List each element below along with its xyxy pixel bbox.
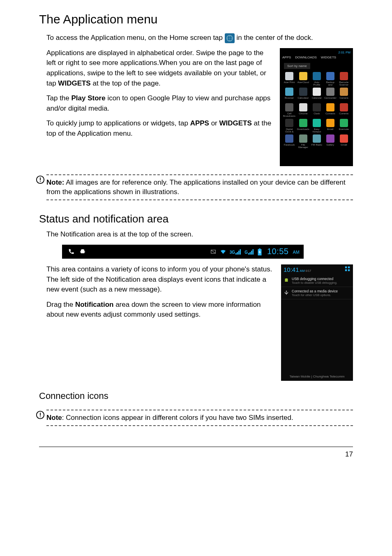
thumb-app-label: File Manager (297, 144, 309, 148)
status-bar-clock: 10:55 (267, 247, 289, 256)
apps-bold: APPS (190, 119, 209, 127)
signal-3g-icon: 3G (230, 249, 241, 255)
svg-rect-14 (40, 417, 41, 417)
app-menu-screenshot: 2:01 PM APPS DOWNLOADS WIDGETS Sort by n… (280, 48, 353, 166)
thumb-app-item: Currents (338, 103, 350, 117)
notif-drag-paragraph: Drag the Notification area down the scre… (46, 300, 274, 320)
thumb-app-icon (285, 88, 293, 96)
svg-rect-8 (345, 266, 347, 268)
notif-clock: 10:41 (284, 266, 299, 273)
phone-icon (68, 248, 74, 255)
thumb-app-icon (313, 134, 321, 143)
thumb-app-item: Contacts (324, 103, 337, 117)
notif-date: 6/17 (306, 269, 311, 272)
thumb-app-label: Email (324, 128, 337, 133)
thumb-app-item: Cell Broadcasts (283, 103, 295, 117)
row1-title: USB debugging connected (292, 277, 337, 281)
thumb-tab-apps: APPS (282, 56, 291, 59)
thumb-app-item: File Manager (297, 134, 309, 148)
usb-icon (284, 290, 289, 296)
thumb-app-item: Camera (338, 88, 350, 102)
thumb-app-grid: Acer PrintAcerCloudAuto ProfileBackup an… (283, 72, 350, 148)
thumb-app-item: FM Radio (311, 134, 323, 148)
thumb-app-item: Gmail (338, 134, 350, 148)
status-bar-ampm: AM (293, 250, 300, 256)
thumb-app-icon (326, 72, 334, 80)
thumb-app-label: Facebook (283, 144, 295, 148)
thumb-app-item: Calculator (297, 88, 309, 102)
row1-subtitle: Touch to disable USB debugging. (292, 281, 337, 285)
thumb-app-label: Browser (283, 97, 295, 102)
thumb-app-item: AcerCloud (297, 72, 309, 86)
svg-rect-10 (345, 269, 347, 271)
thumb-tab-widgets: WIDGETS (321, 56, 336, 59)
thumb-app-icon (313, 103, 321, 111)
widgets-bold-2: WIDGETS (219, 119, 251, 127)
thumb-app-icon (340, 119, 348, 127)
thumb-app-icon (285, 72, 293, 80)
thumb-app-icon (285, 119, 293, 127)
thumb-app-icon (299, 72, 307, 80)
svg-rect-13 (40, 412, 41, 415)
heading-application-menu: The Application menu (39, 12, 353, 26)
svg-rect-2 (40, 181, 41, 182)
play-store-bold: Play Store (71, 94, 106, 102)
thumb-app-icon (326, 103, 334, 111)
apps-order-paragraph: Applications are displayed in alphabetic… (46, 48, 272, 89)
caution-icon (36, 410, 45, 419)
thumb-app-icon (340, 103, 348, 111)
thumb-app-icon (326, 88, 334, 96)
thumb-app-icon (326, 119, 334, 127)
intro-paragraph: To access the Application menu, on the H… (46, 33, 353, 43)
note-reference-only: Note: All images are for reference only.… (39, 174, 353, 201)
thumb-app-item: Camcorder (324, 88, 337, 102)
notif-area-description: This area contains a variety of icons to… (46, 264, 274, 295)
thumb-app-label: Acer Print (283, 81, 295, 86)
intro-part-a: To access the Application menu, on the H… (46, 34, 225, 42)
thumb-app-item: Evernote (338, 119, 350, 133)
thumb-app-icon (285, 134, 293, 143)
page-number: 17 (39, 450, 353, 459)
notif-footer-carriers: Taiwan Mobile | Chunghwa Telecomm (281, 375, 353, 378)
thumb-app-label: Digital Clock & (283, 128, 295, 133)
thumb-app-item: Email (324, 119, 337, 133)
thumb-app-icon (313, 119, 321, 127)
intro-part-b: in the center of the dock. (236, 34, 313, 42)
wifi-icon (220, 248, 226, 255)
thumb-app-item: Chrome (297, 103, 309, 117)
heading-status-notification: Status and notification area (39, 213, 353, 225)
thumb-app-label: Gmail (338, 144, 350, 148)
thumb-app-item: Acer Print (283, 72, 295, 86)
thumb-app-label: AcerCloud (297, 81, 309, 86)
status-bar-screenshot: 3G G 10:55 AM (62, 245, 304, 259)
thumb-app-icon (299, 119, 307, 127)
heading-connection-icons: Connection icons (39, 391, 353, 401)
thumb-app-icon (299, 103, 307, 111)
thumb-app-item: Digital Clock & (283, 119, 295, 133)
thumb-app-icon (299, 134, 307, 143)
thumb-app-label: Camera (338, 97, 350, 102)
widgets-label-bold: WIDGETS (58, 79, 90, 87)
thumb-app-label: Cell Broadcasts (283, 112, 295, 117)
thumb-app-icon (340, 134, 348, 143)
row2-title: Connected as a media device (292, 289, 338, 293)
thumb-sort-button: Sort by name (284, 63, 310, 69)
thumb-app-label: Evernote (338, 128, 350, 133)
thumb-app-label: Clock (311, 112, 323, 117)
notif-row-media-device: Connected as a media device Touch for ot… (281, 287, 353, 299)
thumb-app-label: Barcode Scanner (338, 81, 350, 86)
thumb-app-item: Clock (311, 103, 323, 117)
thumb-app-label: Easy Hotspot (311, 128, 323, 133)
notif-row-usb-debug: USB debugging connected Touch to disable… (281, 275, 353, 287)
thumb-tab-downloads: DOWNLOADS (295, 56, 316, 59)
quick-settings-icon (345, 266, 350, 272)
note-connection-icons: Note: Connection icons appear in differe… (39, 410, 353, 426)
note2-text: : Connection icons appear in different c… (62, 414, 293, 422)
thumb-app-label: Backup and Restore (324, 81, 337, 86)
svg-rect-1 (40, 177, 41, 180)
thumb-app-icon (299, 88, 307, 96)
thumb-app-label: Camcorder (324, 97, 337, 102)
thumb-app-icon (313, 72, 321, 80)
thumb-app-label: Gallery (324, 144, 337, 148)
p3a: Tap the (46, 94, 71, 102)
